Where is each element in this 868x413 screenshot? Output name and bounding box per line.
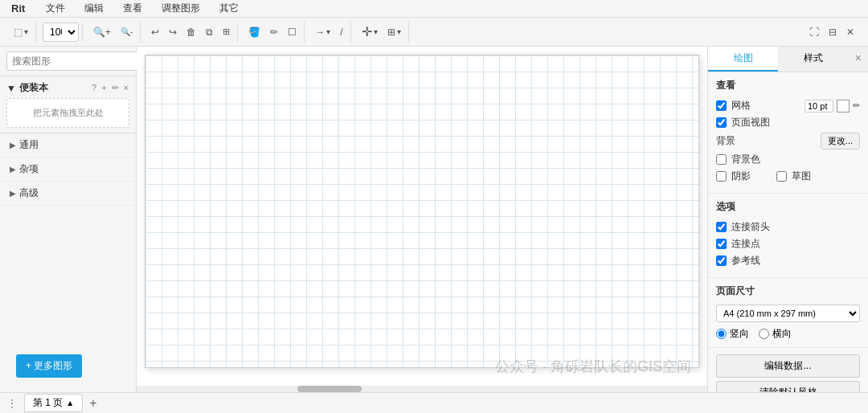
close-panel-btn[interactable]: ✕: [842, 22, 858, 43]
left-sidebar: 🔍 ▼ 便装本 ? + ✏ × 把元素拖拽至此处 ▶ 通用 ▶: [0, 47, 137, 392]
horizontal-scrollbar[interactable]: [137, 386, 707, 392]
search-input[interactable]: [6, 51, 138, 71]
fullscreen-btn[interactable]: ⛶: [805, 22, 823, 43]
nav-label-misc: 杂项: [19, 162, 39, 176]
copy-btn[interactable]: ⧉: [202, 22, 217, 43]
panel-expand-icon[interactable]: ▼: [6, 83, 16, 94]
add-page-btn[interactable]: +: [86, 396, 100, 411]
portrait-text: 竖向: [730, 327, 749, 341]
landscape-label[interactable]: 横向: [759, 327, 792, 341]
tab-style[interactable]: 样式: [778, 47, 848, 72]
menu-other[interactable]: 其它: [216, 1, 242, 16]
nav-item-general[interactable]: ▶ 通用: [0, 133, 136, 157]
page-view-checkbox[interactable]: [716, 117, 727, 128]
page-size-select[interactable]: A4 (210 mm x 297 mm) A3 A5 Letter: [716, 305, 860, 322]
grid-label: 网格: [731, 99, 751, 112]
zoom-select[interactable]: 100% 75% 50% 125% 150%: [43, 22, 79, 42]
toolbar: ⬚▾ 100% 75% 50% 125% 150% 🔍+ 🔍- ↩ ↪ 🗑 ⧉ …: [0, 18, 868, 47]
connect-points-label: 连接点: [731, 237, 760, 251]
panel-actions: ? + ✏ ×: [91, 82, 129, 94]
bg-label: 背景: [716, 134, 735, 148]
action-section: 编辑数据... 清除默认风格: [708, 348, 868, 392]
canvas-area[interactable]: 公众号 · 角砾岩队长的GIS空间: [137, 47, 707, 392]
toolbar-edit-group: ↩ ↪ 🗑 ⧉ ⊞: [144, 22, 238, 43]
page-tab-arrow: ▲: [66, 399, 74, 407]
scrollbar-thumb[interactable]: [297, 386, 362, 392]
undo-btn[interactable]: ↩: [147, 22, 163, 43]
nav-item-advanced[interactable]: ▶ 高级: [0, 182, 136, 206]
toolbar-zoom-group: 100% 75% 50% 125% 150%: [39, 22, 83, 42]
zoom-out-btn[interactable]: 🔍-: [117, 22, 137, 43]
zoom-in-btn[interactable]: 🔍+: [89, 22, 115, 43]
grid-color-swatch[interactable]: [837, 100, 850, 112]
connect-points-checkbox[interactable]: [716, 239, 727, 249]
panel-help-btn[interactable]: ?: [91, 82, 97, 94]
line-draw-btn[interactable]: /: [336, 22, 346, 43]
fill-btn[interactable]: 🪣: [244, 22, 264, 43]
guidelines-row: 参考线: [716, 254, 860, 268]
panel-title: ▼ 便装本: [6, 81, 48, 95]
toolbar-view-group: ⛶ ⊟ ✕: [802, 22, 862, 43]
connect-arrows-checkbox[interactable]: [716, 222, 727, 232]
grid-checkbox[interactable]: [716, 100, 727, 111]
menu-adjust[interactable]: 调整图形: [158, 1, 203, 16]
grid-edit-icon[interactable]: ✏: [853, 100, 860, 111]
panel-add-btn[interactable]: +: [100, 82, 107, 94]
grid-size-input[interactable]: [805, 100, 833, 112]
bg-change-btn[interactable]: 更改...: [821, 133, 860, 149]
tab-menu-icon[interactable]: ⋮: [6, 397, 18, 410]
page-tab-1[interactable]: 第 1 页 ▲: [24, 394, 83, 412]
page-tab-label: 第 1 页: [33, 396, 63, 410]
page-tabs: ⋮ 第 1 页 ▲ +: [0, 392, 868, 413]
shadow-label: 阴影: [731, 170, 751, 183]
layout-btn[interactable]: ⬚▾: [10, 22, 32, 43]
more-shapes-btn[interactable]: + 更多图形: [16, 354, 82, 378]
close-right-panel-btn[interactable]: ×: [849, 47, 868, 72]
page-view-label: 页面视图: [731, 116, 770, 129]
bg-color-label: 背景色: [731, 153, 760, 166]
panel-edit-btn[interactable]: ✏: [111, 82, 120, 94]
edit-data-btn[interactable]: 编辑数据...: [716, 354, 860, 378]
portrait-radio[interactable]: [716, 329, 727, 339]
search-box: 🔍: [0, 47, 136, 76]
bg-color-checkbox[interactable]: [716, 154, 727, 165]
nav-item-misc[interactable]: ▶ 杂项: [0, 157, 136, 182]
connect-arrows-row: 连接箭头: [716, 220, 860, 234]
panel-close-btn[interactable]: ×: [123, 82, 129, 94]
split-btn[interactable]: ⊟: [825, 22, 841, 43]
drop-zone[interactable]: 把元素拖拽至此处: [6, 98, 129, 128]
insert-btn[interactable]: ✛▾: [358, 22, 382, 43]
orientation-row: 竖向 横向: [716, 327, 860, 341]
clear-defaults-btn[interactable]: 清除默认风格: [716, 381, 860, 392]
sketch-checkbox[interactable]: [776, 171, 787, 182]
menu-view[interactable]: 查看: [120, 1, 145, 16]
table-btn[interactable]: ⊞▾: [383, 22, 405, 43]
landscape-text: 横向: [772, 327, 792, 341]
menu-file[interactable]: 文件: [43, 1, 68, 16]
tab-draw[interactable]: 绘图: [708, 47, 778, 72]
view-section: 查看 网格 ✏ 页面视图 背景 更改...: [708, 72, 868, 194]
grid-row: 网格 ✏: [716, 99, 860, 112]
portrait-label[interactable]: 竖向: [716, 327, 749, 341]
arrow-btn[interactable]: →▾: [311, 22, 334, 43]
right-panel-tabs: 绘图 样式 ×: [708, 47, 868, 72]
guidelines-checkbox[interactable]: [716, 256, 727, 266]
rect-btn[interactable]: ☐: [284, 22, 301, 43]
menu-edit[interactable]: 编辑: [81, 1, 107, 16]
delete-btn[interactable]: 🗑: [182, 22, 200, 43]
line-btn[interactable]: ✏: [266, 22, 282, 43]
sketch-row: 草图: [776, 170, 811, 183]
page-size-title: 页面尺寸: [716, 284, 860, 298]
connect-points-row: 连接点: [716, 237, 860, 251]
landscape-radio[interactable]: [759, 329, 769, 339]
guidelines-label: 参考线: [731, 254, 760, 268]
paste-btn[interactable]: ⊞: [219, 22, 234, 43]
shadow-checkbox[interactable]: [716, 171, 727, 182]
page-view-row: 页面视图: [716, 116, 860, 129]
redo-btn[interactable]: ↪: [165, 22, 181, 43]
canvas-page: [145, 55, 699, 368]
toolbar-layout-group: ⬚▾: [6, 22, 36, 43]
sketch-label: 草图: [792, 170, 811, 183]
options-inline-row: 背景色: [716, 153, 860, 170]
options-section: 选项 连接箭头 连接点 参考线: [708, 194, 868, 278]
